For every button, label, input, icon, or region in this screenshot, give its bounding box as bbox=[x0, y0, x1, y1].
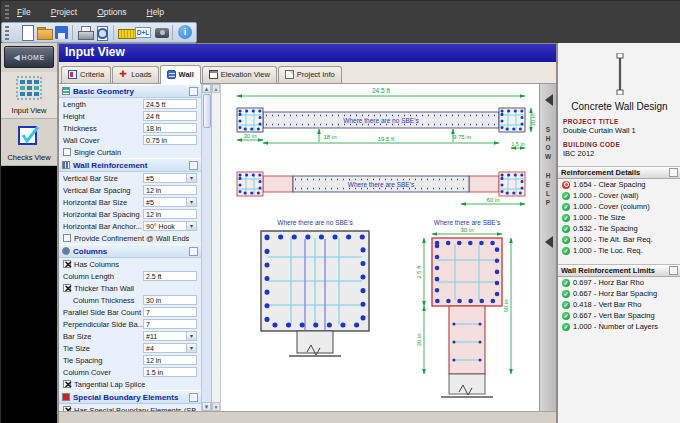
sidebar-item-checks-view[interactable]: Checks View bbox=[1, 119, 57, 166]
section-columns[interactable]: Columns bbox=[59, 244, 201, 258]
length-input[interactable]: 24.5 ft bbox=[143, 99, 197, 109]
show-help-strip[interactable]: SHOW HELP bbox=[539, 84, 556, 411]
open-folder-icon[interactable] bbox=[35, 24, 51, 41]
canvas-scrollbar[interactable]: ▲ ▼ bbox=[212, 84, 221, 411]
thickness-label: Thickness bbox=[63, 124, 143, 133]
section-help-button[interactable] bbox=[189, 87, 198, 96]
status-icon bbox=[562, 236, 570, 244]
tab-loads[interactable]: Loads bbox=[112, 66, 158, 83]
wall-cover-input[interactable]: 0.75 in bbox=[143, 135, 197, 145]
vertical-bar-size-dropdown[interactable]: #5 bbox=[143, 173, 197, 183]
vertical-bar-spacing-input[interactable]: 12 in bbox=[143, 185, 197, 195]
status-icon bbox=[562, 181, 570, 189]
scroll-down-icon[interactable]: ▼ bbox=[202, 402, 211, 411]
page-title: Input View bbox=[59, 44, 556, 62]
column-cover-input[interactable]: 1.5 in bbox=[143, 367, 197, 377]
tab-criteria[interactable]: Criteria bbox=[61, 66, 111, 83]
provide-confinement-checkbox[interactable] bbox=[63, 234, 71, 242]
save-icon[interactable] bbox=[53, 24, 69, 41]
checks-view-label: Checks View bbox=[1, 153, 57, 162]
menu-file[interactable]: File bbox=[17, 7, 31, 17]
status-icon bbox=[562, 214, 570, 222]
status-icon bbox=[562, 192, 570, 200]
section-special-boundary-elements[interactable]: Special Boundary Elements bbox=[59, 390, 201, 404]
single-curtain-checkbox[interactable] bbox=[63, 148, 71, 156]
horizontal-bar-size-dropdown[interactable]: #5 bbox=[143, 197, 197, 207]
menu-options[interactable]: Options bbox=[97, 7, 126, 17]
tab-project-info[interactable]: Project Info bbox=[278, 66, 342, 83]
criteria-icon bbox=[68, 70, 77, 79]
column-length-input[interactable]: 2.5 ft bbox=[143, 271, 197, 281]
new-document-icon[interactable] bbox=[18, 24, 34, 41]
print-preview-icon[interactable] bbox=[94, 24, 110, 41]
has-sbe-checkbox[interactable] bbox=[63, 406, 71, 411]
reinforcement-details-header[interactable]: Reinforcement Details bbox=[558, 166, 680, 179]
section-wall-reinforcement[interactable]: Wall Reinforcement bbox=[59, 158, 201, 172]
scroll-up-icon[interactable]: ▲ bbox=[212, 84, 220, 93]
geometry-icon bbox=[62, 87, 70, 95]
menu-help[interactable]: Help bbox=[147, 7, 164, 17]
load-combination-icon[interactable]: D+L bbox=[135, 24, 151, 41]
scroll-down-icon[interactable]: ▼ bbox=[212, 402, 220, 411]
has-columns-checkbox[interactable] bbox=[63, 260, 71, 268]
form-scrollbar[interactable]: ▲ ▼ bbox=[201, 84, 211, 411]
status-icon bbox=[562, 312, 570, 320]
tie-size-dropdown[interactable]: #4 bbox=[143, 343, 197, 353]
section-help-button[interactable] bbox=[189, 247, 198, 256]
check-item: 0.697 - Horz Bar Rho bbox=[558, 277, 680, 288]
toolbar-grip[interactable] bbox=[5, 26, 9, 40]
scroll-up-icon[interactable]: ▲ bbox=[202, 84, 211, 93]
status-icon bbox=[562, 290, 570, 298]
status-icon bbox=[562, 247, 570, 255]
home-button[interactable]: ◀ HOME bbox=[4, 46, 54, 68]
svg-text:Where there are no SBE's: Where there are no SBE's bbox=[343, 117, 419, 124]
height-input[interactable]: 24 ft bbox=[143, 111, 197, 121]
parallel-side-bar-count-input[interactable]: 7 bbox=[143, 307, 197, 317]
wall-limits-header[interactable]: Wall Reinforcement Limits bbox=[558, 264, 680, 277]
print-icon[interactable] bbox=[76, 24, 92, 41]
help-icon[interactable] bbox=[176, 24, 192, 41]
section-help-button[interactable] bbox=[189, 393, 198, 402]
project-title-value: Double Curtain Wall 1 bbox=[563, 126, 680, 135]
window-chrome: File Project Options Help D+L bbox=[1, 1, 680, 43]
tab-wall[interactable]: Wall bbox=[160, 65, 201, 84]
column-thickness-input[interactable]: 30 in bbox=[143, 295, 197, 305]
app-title: Concrete Wall Design bbox=[558, 101, 680, 112]
check-item: 0.667 - Horz Bar Spacing bbox=[558, 288, 680, 299]
sidebar-item-input-view[interactable]: Input View bbox=[1, 72, 57, 119]
scroll-thumb[interactable] bbox=[203, 94, 211, 128]
bar-size-dropdown[interactable]: #11 bbox=[143, 331, 197, 341]
svg-text:60 in: 60 in bbox=[486, 197, 499, 203]
tab-elevation-view[interactable]: Elevation View bbox=[202, 66, 277, 83]
input-view-icon bbox=[16, 76, 42, 100]
app-window: File Project Options Help D+L ◀ HOME bbox=[0, 0, 680, 423]
ruler-icon[interactable] bbox=[117, 24, 133, 41]
menu-grip[interactable] bbox=[5, 5, 9, 19]
horizontal-bar-spacing-input[interactable]: 12 in bbox=[143, 209, 197, 219]
check-item: 1.000 - Tie Size bbox=[558, 212, 680, 223]
section-help-button[interactable] bbox=[189, 161, 198, 170]
check-item: 0.667 - Vert Bar Spacing bbox=[558, 310, 680, 321]
section-basic-geometry[interactable]: Basic Geometry bbox=[59, 84, 201, 98]
perpendicular-side-bar-input[interactable]: 7 bbox=[143, 319, 197, 329]
tie-spacing-input[interactable]: 12 in bbox=[143, 355, 197, 365]
thicker-than-wall-checkbox[interactable] bbox=[63, 284, 71, 292]
tab-label: Loads bbox=[131, 70, 151, 79]
section-no-sbe: Where there are no SBE's bbox=[261, 219, 369, 356]
columns-icon bbox=[62, 247, 70, 255]
collapse-arrow-icon[interactable] bbox=[539, 236, 553, 248]
checks-view-icon bbox=[16, 123, 42, 147]
tab-label: Criteria bbox=[80, 70, 104, 79]
capture-icon[interactable] bbox=[153, 24, 169, 41]
svg-text:9.75 in: 9.75 in bbox=[453, 134, 471, 140]
horizontal-bar-anchor-dropdown[interactable]: 90° Hook bbox=[143, 221, 197, 231]
sbe-flag-icon bbox=[62, 393, 70, 401]
collapse-arrow-icon[interactable] bbox=[539, 94, 553, 106]
menu-project[interactable]: Project bbox=[51, 7, 77, 17]
thickness-input[interactable]: 18 in bbox=[143, 123, 197, 133]
section-help-button[interactable] bbox=[669, 168, 678, 177]
drawing-canvas[interactable]: 24.5 ft bbox=[221, 84, 539, 411]
section-help-button[interactable] bbox=[669, 266, 678, 275]
check-item: 1.000 - Tie Loc. Req. bbox=[558, 245, 680, 256]
tangential-lap-splice-checkbox[interactable] bbox=[63, 380, 71, 388]
